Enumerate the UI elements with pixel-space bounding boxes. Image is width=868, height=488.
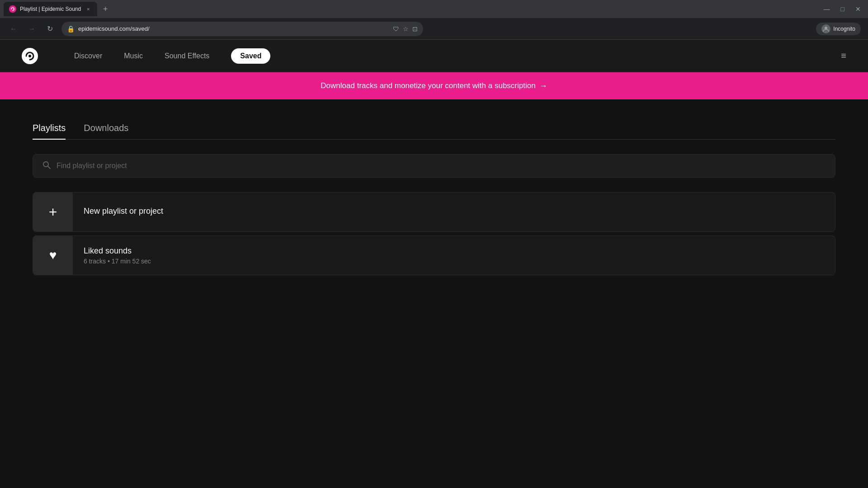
nav-saved[interactable]: Saved (231, 48, 270, 64)
browser-chrome: Playlist | Epidemic Sound × + — □ ✕ ← → … (0, 0, 868, 40)
profile-avatar (821, 24, 830, 33)
minimize-button[interactable]: — (820, 4, 834, 14)
star-icon[interactable]: ☆ (403, 25, 409, 33)
cast-icon[interactable]: ⊡ (412, 25, 418, 33)
maximize-button[interactable]: □ (837, 4, 848, 14)
address-icons: 🛡 ☆ ⊡ (393, 25, 418, 33)
window-controls: — □ ✕ (820, 4, 864, 14)
main-content: Playlists Downloads + New playlist or pr… (0, 99, 868, 488)
liked-sounds-thumb: ♥ (33, 235, 73, 275)
svg-point-1 (825, 27, 827, 29)
app-wrapper: Discover Music Sound Effects Saved ≡ Dow… (0, 40, 868, 488)
svg-line-5 (48, 166, 50, 169)
profile-label: Incognito (833, 26, 855, 32)
refresh-button[interactable]: ↻ (43, 23, 56, 35)
tab-downloads[interactable]: Downloads (84, 117, 128, 140)
nav-discover[interactable]: Discover (74, 50, 102, 62)
search-icon (42, 160, 51, 172)
nav-sound-effects[interactable]: Sound Effects (165, 50, 209, 62)
browser-titlebar: Playlist | Epidemic Sound × + — □ ✕ (0, 0, 868, 18)
promo-arrow: → (539, 81, 547, 91)
promo-text: Download tracks and monetize your conten… (321, 81, 535, 90)
promo-banner[interactable]: Download tracks and monetize your conten… (0, 72, 868, 99)
browser-tab[interactable]: Playlist | Epidemic Sound × (4, 2, 97, 16)
tab-favicon (9, 5, 16, 13)
app-nav: Discover Music Sound Effects Saved (74, 48, 841, 64)
shield-icon: 🛡 (393, 25, 399, 33)
liked-sounds-meta: 6 tracks • 17 min 52 sec (84, 258, 824, 265)
nav-music[interactable]: Music (124, 50, 143, 62)
forward-button[interactable]: → (25, 23, 38, 35)
new-playlist-item[interactable]: + New playlist or project (33, 192, 835, 232)
tabs: Playlists Downloads (33, 117, 835, 140)
browser-toolbar: ← → ↻ 🔒 epidemicsound.com/saved/ 🛡 ☆ ⊡ (0, 18, 868, 40)
search-input[interactable] (57, 162, 826, 170)
svg-point-4 (43, 162, 48, 167)
address-bar[interactable]: 🔒 epidemicsound.com/saved/ 🛡 ☆ ⊡ (61, 22, 423, 36)
new-playlist-info: New playlist or project (73, 206, 835, 218)
liked-sounds-name: Liked sounds (84, 246, 824, 256)
new-tab-button[interactable]: + (99, 3, 112, 15)
liked-sounds-item[interactable]: ♥ Liked sounds 6 tracks • 17 min 52 sec (33, 235, 835, 275)
svg-point-3 (28, 55, 31, 57)
tab-title: Playlist | Epidemic Sound (20, 6, 81, 12)
plus-icon: + (49, 205, 57, 219)
header-menu-button[interactable]: ≡ (841, 51, 846, 61)
new-playlist-name: New playlist or project (84, 206, 824, 216)
close-window-button[interactable]: ✕ (852, 4, 864, 14)
svg-point-0 (9, 6, 16, 12)
tab-close-button[interactable]: × (85, 5, 92, 13)
address-text: epidemicsound.com/saved/ (78, 25, 389, 32)
heart-icon: ♥ (49, 248, 57, 263)
profile-button[interactable]: Incognito (816, 23, 861, 35)
liked-sounds-info: Liked sounds 6 tracks • 17 min 52 sec (73, 246, 835, 265)
app-header: Discover Music Sound Effects Saved ≡ (0, 40, 868, 72)
toolbar-right: Incognito (816, 23, 861, 35)
back-button[interactable]: ← (7, 23, 20, 35)
search-bar[interactable] (33, 154, 835, 178)
app-logo[interactable] (22, 48, 38, 64)
new-playlist-thumb: + (33, 192, 73, 232)
tab-playlists[interactable]: Playlists (33, 117, 66, 140)
lock-icon: 🔒 (67, 25, 75, 33)
